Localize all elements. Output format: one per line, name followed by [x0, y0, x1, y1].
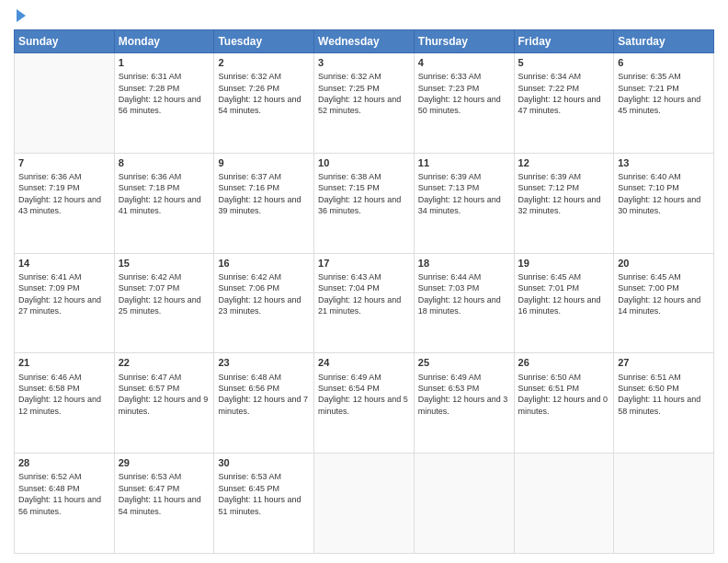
calendar-cell: 13Sunrise: 6:40 AMSunset: 7:10 PMDayligh… [614, 153, 714, 253]
day-info: Sunrise: 6:46 AMSunset: 6:58 PMDaylight:… [18, 373, 101, 416]
day-number: 20 [618, 257, 710, 270]
day-number: 17 [318, 257, 410, 270]
day-number: 26 [518, 356, 610, 369]
day-info: Sunrise: 6:49 AMSunset: 6:54 PMDaylight:… [318, 373, 408, 416]
calendar-cell: 10Sunrise: 6:38 AMSunset: 7:15 PMDayligh… [314, 153, 415, 253]
day-info: Sunrise: 6:53 AMSunset: 6:47 PMDaylight:… [119, 472, 201, 515]
calendar-week-row: 21Sunrise: 6:46 AMSunset: 6:58 PMDayligh… [15, 353, 714, 454]
calendar-cell: 20Sunrise: 6:45 AMSunset: 7:00 PMDayligh… [614, 253, 714, 353]
day-number: 25 [418, 356, 510, 369]
calendar-cell: 18Sunrise: 6:44 AMSunset: 7:03 PMDayligh… [414, 253, 514, 353]
day-header-sunday: Sunday [15, 30, 115, 53]
calendar-cell [15, 53, 115, 154]
day-header-monday: Monday [114, 30, 214, 53]
day-number: 29 [119, 456, 210, 469]
day-info: Sunrise: 6:31 AMSunset: 7:28 PMDaylight:… [119, 72, 201, 115]
day-number: 18 [418, 257, 510, 270]
day-number: 7 [18, 156, 110, 169]
calendar-cell: 25Sunrise: 6:49 AMSunset: 6:53 PMDayligh… [414, 353, 514, 454]
day-info: Sunrise: 6:36 AMSunset: 7:18 PMDaylight:… [119, 172, 201, 215]
calendar-cell: 11Sunrise: 6:39 AMSunset: 7:13 PMDayligh… [414, 153, 514, 253]
day-number: 6 [618, 56, 710, 69]
logo-triangle-icon [17, 9, 26, 22]
day-info: Sunrise: 6:33 AMSunset: 7:23 PMDaylight:… [418, 72, 501, 115]
day-number: 21 [18, 356, 110, 369]
day-header-tuesday: Tuesday [214, 30, 314, 53]
day-info: Sunrise: 6:49 AMSunset: 6:53 PMDaylight:… [418, 373, 508, 416]
day-number: 10 [318, 156, 410, 169]
calendar-cell: 6Sunrise: 6:35 AMSunset: 7:21 PMDaylight… [614, 53, 714, 154]
day-number: 28 [18, 456, 110, 469]
calendar-cell: 29Sunrise: 6:53 AMSunset: 6:47 PMDayligh… [114, 454, 214, 554]
day-info: Sunrise: 6:42 AMSunset: 7:07 PMDaylight:… [119, 272, 201, 316]
calendar-week-row: 14Sunrise: 6:41 AMSunset: 7:09 PMDayligh… [15, 253, 714, 353]
calendar-week-row: 1Sunrise: 6:31 AMSunset: 7:28 PMDaylight… [15, 53, 714, 154]
day-number: 1 [119, 56, 210, 69]
day-number: 30 [218, 456, 310, 469]
calendar-cell: 14Sunrise: 6:41 AMSunset: 7:09 PMDayligh… [15, 253, 115, 353]
day-number: 24 [318, 356, 410, 369]
day-number: 12 [518, 156, 610, 169]
day-info: Sunrise: 6:36 AMSunset: 7:19 PMDaylight:… [18, 172, 101, 215]
day-info: Sunrise: 6:32 AMSunset: 7:26 PMDaylight:… [218, 72, 301, 115]
calendar-cell: 23Sunrise: 6:48 AMSunset: 6:56 PMDayligh… [214, 353, 314, 454]
calendar-cell: 28Sunrise: 6:52 AMSunset: 6:48 PMDayligh… [15, 454, 115, 554]
day-number: 4 [418, 56, 510, 69]
day-info: Sunrise: 6:51 AMSunset: 6:50 PMDaylight:… [618, 373, 700, 416]
day-number: 27 [618, 356, 710, 369]
day-info: Sunrise: 6:50 AMSunset: 6:51 PMDaylight:… [518, 373, 609, 416]
day-info: Sunrise: 6:39 AMSunset: 7:12 PMDaylight:… [518, 172, 601, 215]
day-number: 5 [518, 56, 610, 69]
day-info: Sunrise: 6:32 AMSunset: 7:25 PMDaylight:… [318, 72, 401, 115]
day-number: 13 [618, 156, 710, 169]
day-number: 2 [218, 56, 310, 69]
day-info: Sunrise: 6:47 AMSunset: 6:57 PMDaylight:… [119, 373, 209, 416]
day-number: 8 [119, 156, 210, 169]
day-info: Sunrise: 6:53 AMSunset: 6:45 PMDaylight:… [218, 472, 301, 515]
day-info: Sunrise: 6:37 AMSunset: 7:16 PMDaylight:… [218, 172, 301, 215]
day-header-thursday: Thursday [414, 30, 514, 53]
calendar-cell [414, 454, 514, 554]
day-number: 11 [418, 156, 510, 169]
day-number: 19 [518, 257, 610, 270]
day-number: 23 [218, 356, 310, 369]
calendar-cell: 2Sunrise: 6:32 AMSunset: 7:26 PMDaylight… [214, 53, 314, 154]
calendar-cell: 21Sunrise: 6:46 AMSunset: 6:58 PMDayligh… [15, 353, 115, 454]
calendar-cell: 3Sunrise: 6:32 AMSunset: 7:25 PMDaylight… [314, 53, 415, 154]
day-info: Sunrise: 6:38 AMSunset: 7:15 PMDaylight:… [318, 172, 401, 215]
day-info: Sunrise: 6:39 AMSunset: 7:13 PMDaylight:… [418, 172, 501, 215]
calendar-cell: 17Sunrise: 6:43 AMSunset: 7:04 PMDayligh… [314, 253, 415, 353]
day-header-saturday: Saturday [614, 30, 714, 53]
day-number: 16 [218, 257, 310, 270]
day-header-wednesday: Wednesday [314, 30, 415, 53]
calendar-cell [614, 454, 714, 554]
calendar-cell: 1Sunrise: 6:31 AMSunset: 7:28 PMDaylight… [114, 53, 214, 154]
calendar-cell [314, 454, 415, 554]
day-info: Sunrise: 6:35 AMSunset: 7:21 PMDaylight:… [618, 72, 700, 115]
day-info: Sunrise: 6:45 AMSunset: 7:00 PMDaylight:… [618, 272, 700, 316]
logo [14, 9, 26, 22]
calendar-header-row: SundayMondayTuesdayWednesdayThursdayFrid… [15, 30, 714, 53]
calendar-cell: 19Sunrise: 6:45 AMSunset: 7:01 PMDayligh… [514, 253, 614, 353]
day-info: Sunrise: 6:42 AMSunset: 7:06 PMDaylight:… [218, 272, 301, 316]
calendar-week-row: 7Sunrise: 6:36 AMSunset: 7:19 PMDaylight… [15, 153, 714, 253]
day-info: Sunrise: 6:40 AMSunset: 7:10 PMDaylight:… [618, 172, 700, 215]
day-info: Sunrise: 6:48 AMSunset: 6:56 PMDaylight:… [218, 373, 308, 416]
calendar-cell: 9Sunrise: 6:37 AMSunset: 7:16 PMDaylight… [214, 153, 314, 253]
day-info: Sunrise: 6:34 AMSunset: 7:22 PMDaylight:… [518, 72, 601, 115]
day-number: 3 [318, 56, 410, 69]
calendar-cell: 27Sunrise: 6:51 AMSunset: 6:50 PMDayligh… [614, 353, 714, 454]
page: SundayMondayTuesdayWednesdayThursdayFrid… [0, 0, 728, 563]
day-info: Sunrise: 6:44 AMSunset: 7:03 PMDaylight:… [418, 272, 501, 316]
day-number: 22 [119, 356, 210, 369]
day-header-friday: Friday [514, 30, 614, 53]
calendar-cell: 16Sunrise: 6:42 AMSunset: 7:06 PMDayligh… [214, 253, 314, 353]
calendar-cell [514, 454, 614, 554]
day-info: Sunrise: 6:41 AMSunset: 7:09 PMDaylight:… [18, 272, 101, 316]
day-info: Sunrise: 6:43 AMSunset: 7:04 PMDaylight:… [318, 272, 401, 316]
calendar-cell: 12Sunrise: 6:39 AMSunset: 7:12 PMDayligh… [514, 153, 614, 253]
day-number: 14 [18, 257, 110, 270]
day-info: Sunrise: 6:45 AMSunset: 7:01 PMDaylight:… [518, 272, 601, 316]
day-info: Sunrise: 6:52 AMSunset: 6:48 PMDaylight:… [18, 472, 101, 515]
day-number: 15 [119, 257, 210, 270]
